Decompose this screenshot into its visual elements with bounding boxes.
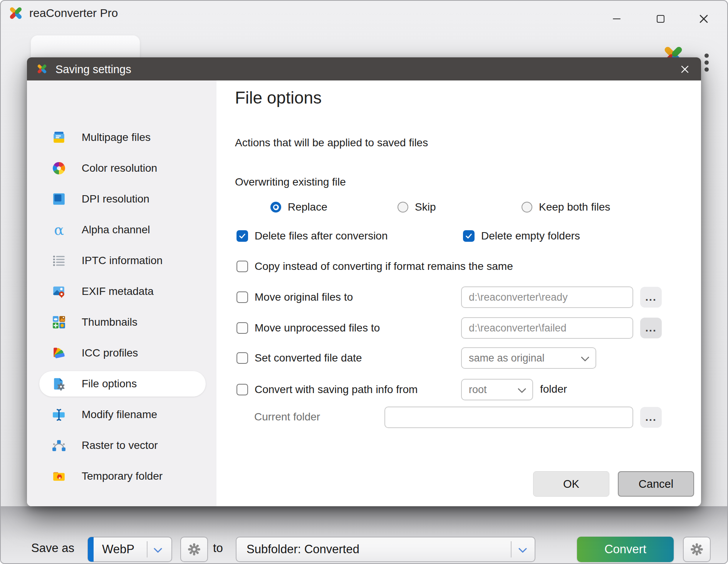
path-value: d:\reaconverter\failed — [469, 322, 567, 334]
convert-label: Convert — [604, 542, 646, 556]
checkbox-checked-icon — [237, 230, 248, 242]
dialog-close-button[interactable] — [678, 62, 692, 76]
checkbox-copy-instead[interactable]: Copy instead of converting if format rem… — [237, 260, 513, 273]
to-label: to — [213, 541, 223, 555]
combo-divider — [147, 541, 148, 557]
radio-label: Keep both files — [539, 201, 610, 213]
destination-select[interactable]: Subfolder: Converted — [236, 537, 535, 562]
current-folder-input[interactable] — [384, 407, 633, 428]
sidebar-item-label: Modify filename — [82, 408, 157, 421]
checkbox-unchecked-icon — [237, 322, 248, 334]
thumbnails-grid-icon — [52, 315, 66, 330]
close-window-button[interactable] — [695, 10, 713, 28]
ok-label: OK — [563, 478, 579, 490]
checkbox-set-converted-file-date[interactable]: Set converted file date — [237, 351, 362, 365]
sidebar-item-color-resolution[interactable]: Color resolution — [27, 156, 216, 181]
radio-skip[interactable]: Skip — [398, 201, 436, 214]
maximize-button[interactable] — [652, 10, 669, 28]
more-menu-button[interactable] — [705, 54, 709, 72]
convert-button[interactable]: Convert — [577, 537, 674, 562]
sidebar-item-exif-metadata[interactable]: EXIF metadata — [27, 279, 216, 304]
radio-replace[interactable]: Replace — [270, 201, 327, 214]
sidebar-item-label: EXIF metadata — [82, 285, 154, 298]
destination-value: Subfolder: Converted — [247, 542, 359, 556]
sidebar-item-label: ICC profiles — [82, 347, 138, 359]
sidebar-item-dpi-resolution[interactable]: DPI resolution — [27, 186, 216, 212]
ok-button[interactable]: OK — [533, 471, 609, 497]
checkbox-delete-empty-folders[interactable]: Delete empty folders — [463, 229, 580, 243]
cancel-button[interactable]: Cancel — [618, 471, 694, 497]
checkbox-label: Delete empty folders — [481, 230, 580, 242]
conversion-bar: Save as WebP — [1, 506, 727, 564]
sidebar-item-temporary-folder[interactable]: Temporary folder — [27, 464, 216, 489]
app-title: reaConverter Pro — [29, 7, 118, 20]
sidebar-item-file-options[interactable]: File options — [27, 371, 216, 397]
sidebar-item-raster-to-vector[interactable]: Raster to vector — [27, 433, 216, 458]
checkbox-move-original-files[interactable]: Move original files to — [237, 291, 353, 304]
radio-label: Replace — [288, 201, 327, 213]
conversion-settings-button[interactable] — [683, 537, 711, 562]
select-value: root — [469, 384, 487, 396]
file-options-panel: File options Actions that will be applie… — [216, 80, 701, 506]
ellipsis-icon: ... — [645, 411, 656, 423]
sidebar-item-thumbnails[interactable]: Thumbnails — [27, 310, 216, 335]
alpha-channel-icon: α — [52, 223, 66, 237]
bezier-curve-icon — [52, 438, 66, 453]
chevron-down-icon — [154, 547, 162, 554]
checkbox-label: Convert with saving path info from — [255, 383, 418, 396]
settings-sidebar: Multipage files Co — [27, 80, 216, 506]
radio-selected-icon — [270, 202, 281, 213]
file-date-select[interactable]: same as original — [461, 347, 596, 369]
panel-subtitle: Actions that will be applied to saved fi… — [235, 137, 428, 149]
color-wheel-icon — [52, 161, 66, 176]
sidebar-item-iptc-information[interactable]: IPTC information — [27, 248, 216, 273]
sidebar-item-modify-filename[interactable]: Modify filename — [27, 402, 216, 427]
close-icon — [680, 64, 690, 74]
folder-suffix-label: folder — [540, 383, 567, 395]
checkbox-convert-with-path-info[interactable]: Convert with saving path info from — [237, 383, 418, 396]
reaconverter-logo-icon — [35, 62, 49, 75]
multipage-files-icon — [52, 130, 66, 145]
sidebar-item-icc-profiles[interactable]: ICC profiles — [27, 340, 216, 366]
gear-icon — [690, 542, 704, 556]
checkbox-unchecked-icon — [237, 384, 248, 395]
radio-unselected-icon — [522, 202, 532, 213]
sidebar-item-multipage-files[interactable]: Multipage files — [27, 125, 216, 150]
checkbox-move-unprocessed-files[interactable]: Move unprocessed files to — [237, 321, 380, 335]
image-location-pin-icon — [52, 284, 66, 299]
browse-current-folder-button[interactable]: ... — [640, 407, 662, 428]
sidebar-item-alpha-channel[interactable]: α Alpha channel — [27, 217, 216, 243]
chevron-down-icon — [581, 352, 589, 364]
checkbox-checked-icon — [463, 230, 475, 242]
sidebar-item-label: File options — [82, 378, 137, 390]
rename-cursor-icon — [52, 407, 66, 422]
color-swatches-icon — [52, 346, 66, 360]
file-gear-icon — [52, 377, 66, 391]
checkbox-unchecked-icon — [237, 352, 248, 364]
reaconverter-logo-icon — [7, 4, 25, 22]
browse-move-original-button[interactable]: ... — [640, 287, 662, 308]
minimize-button[interactable] — [608, 10, 626, 28]
checkbox-delete-files-after-conversion[interactable]: Delete files after conversion — [237, 229, 388, 243]
sidebar-item-label: Thumbnails — [82, 316, 138, 328]
dialog-header: Saving settings — [27, 57, 701, 80]
maximize-icon — [657, 15, 664, 23]
folder-flame-icon — [52, 469, 66, 484]
app-window: reaConverter Pro Savin — [0, 0, 728, 564]
format-value: WebP — [102, 542, 134, 556]
panel-title: File options — [235, 88, 322, 107]
path-root-select[interactable]: root — [461, 379, 533, 400]
ellipsis-icon: ... — [645, 291, 656, 303]
checkbox-label: Delete files after conversion — [255, 230, 388, 242]
titlebar: reaConverter Pro — [1, 1, 727, 24]
sidebar-item-label: DPI resolution — [82, 193, 149, 205]
browse-move-unprocessed-button[interactable]: ... — [640, 318, 662, 338]
move-unprocessed-path-input[interactable]: d:\reaconverter\failed — [461, 317, 633, 339]
move-original-path-input[interactable]: d:\reaconverter\ready — [461, 286, 633, 308]
radio-keep-both-files[interactable]: Keep both files — [522, 201, 610, 214]
chevron-down-icon — [518, 384, 526, 396]
format-select[interactable]: WebP — [87, 537, 172, 562]
save-as-label: Save as — [31, 541, 74, 555]
format-settings-button[interactable] — [180, 537, 208, 562]
list-icon — [52, 253, 66, 268]
